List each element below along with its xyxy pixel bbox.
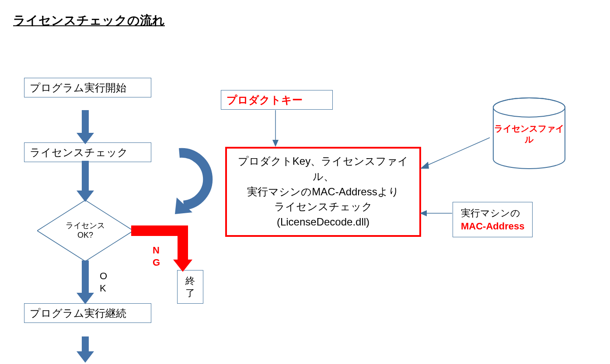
arrow-decision-to-terminate: [131, 225, 197, 274]
core-process-box: プロダクトKey、ライセンスファイル、 実行マシンのMAC-Addressより …: [225, 147, 421, 237]
mac-address-box: 実行マシンの MAC-Address: [453, 202, 533, 237]
svg-marker-18: [420, 162, 429, 169]
svg-marker-16: [272, 140, 279, 147]
arrow-licensefile-to-core: [418, 135, 492, 170]
svg-rect-11: [131, 225, 181, 236]
svg-marker-4: [77, 133, 94, 144]
core-line2: 実行マシンのMAC-Addressより: [236, 184, 411, 200]
svg-marker-6: [77, 191, 94, 202]
flow-decision-diamond: ライセンス OK?: [37, 200, 133, 261]
svg-rect-12: [178, 225, 188, 260]
svg-rect-3: [82, 110, 89, 134]
flow-decision-text: ライセンス OK?: [37, 200, 133, 261]
svg-marker-8: [77, 293, 94, 304]
arrow-start-to-check: [77, 110, 94, 144]
svg-marker-10: [77, 351, 94, 363]
flow-continue-box: プログラム実行継続: [24, 303, 151, 323]
license-file-cylinder: ライセンスファイル: [490, 97, 568, 173]
core-line4: (LicenseDecode.dll): [236, 215, 411, 230]
page-title: ライセンスチェックの流れ: [13, 12, 165, 29]
svg-marker-20: [420, 210, 427, 216]
svg-line-17: [425, 138, 490, 166]
arrow-decision-to-continue: [77, 260, 94, 304]
arrow-continue-down: [77, 336, 94, 363]
license-file-label: ライセンスファイル: [494, 123, 564, 145]
svg-marker-13: [173, 260, 192, 272]
flow-start-box: プログラム実行開始: [24, 78, 151, 97]
svg-rect-5: [82, 161, 89, 191]
flow-check-box: ライセンスチェック: [24, 142, 151, 162]
core-line1: プロダクトKey、ライセンスファイル、: [236, 154, 411, 184]
arrow-productkey-to-core: [269, 110, 282, 147]
core-line3: ライセンスチェック: [236, 199, 411, 215]
mac-line1: 実行マシンの: [461, 207, 524, 220]
arrow-mac-to-core: [420, 209, 453, 218]
svg-rect-9: [82, 336, 89, 352]
arrow-curved-to-core: [166, 144, 223, 210]
product-key-box: プロダクトキー: [221, 90, 333, 110]
flow-terminate-box: 終了: [177, 270, 203, 304]
mac-line2: MAC-Address: [461, 220, 524, 233]
flow-ok-label: OK: [100, 270, 110, 294]
svg-rect-7: [82, 260, 89, 294]
arrow-check-to-decision: [77, 161, 94, 202]
